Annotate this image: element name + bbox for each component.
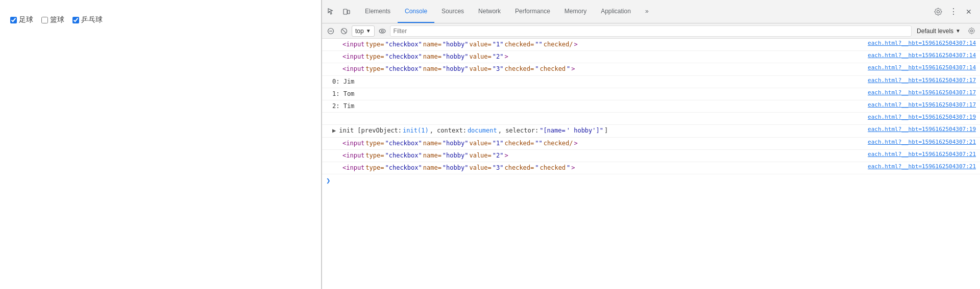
filter-input[interactable] [390,25,912,37]
console-row: <input type="checkbox" name="hobby" valu… [322,162,980,174]
more-options-button[interactable]: ⋮ [946,5,961,19]
console-row: ▶ init [prevObject: init(1) , context: d… [322,125,980,137]
source-link[interactable]: each.html?__hbt=1596162504307:19 [868,114,980,120]
checkbox-basketball-input[interactable] [41,17,48,23]
devtools-left-icons [324,5,358,19]
svg-rect-0 [344,9,347,14]
tab-network[interactable]: Network [471,0,508,23]
console-row: <input type="checkbox" name="hobby" valu… [322,51,980,63]
checkbox-football-label: 足球 [19,15,33,24]
prompt-arrow-icon[interactable]: ❯ [326,176,330,185]
block-icon-button[interactable] [338,25,350,37]
checkbox-group: 足球 篮球 乒乓球 [10,15,311,24]
checkbox-football[interactable]: 足球 [10,15,33,24]
eye-button[interactable] [377,25,388,37]
devtools-toolbar: Elements Console Sources Network Perform… [322,0,980,23]
tab-console[interactable]: Console [398,0,434,23]
source-link[interactable]: each.html?__hbt=1596162504307:14 [868,40,980,46]
checkbox-basketball[interactable]: 篮球 [41,15,64,24]
source-link[interactable]: each.html?__hbt=1596162504307:19 [868,126,980,133]
console-row: 1: Tom each.html?__hbt=1596162504307:17 [322,88,980,100]
console-row: 2: Tim each.html?__hbt=1596162504307:17 [322,100,980,113]
source-link[interactable]: each.html?__hbt=1596162504307:14 [868,64,980,71]
devtools-tabs: Elements Console Sources Network Perform… [358,0,929,23]
console-row: <input type="checkbox" name="hobby" valu… [322,63,980,75]
tab-memory[interactable]: Memory [557,0,594,23]
console-settings-button[interactable] [966,25,977,37]
checkbox-basketball-label: 篮球 [50,15,64,24]
checkbox-tabletennis-input[interactable] [72,17,79,23]
close-devtools-button[interactable]: ✕ [962,5,976,19]
console-toolbar: top ▼ Default levels ▼ [322,23,980,39]
checkbox-football-input[interactable] [10,17,17,23]
console-row: <input type="checkbox" name="hobby" valu… [322,150,980,162]
tab-more[interactable]: » [638,0,656,23]
tab-application[interactable]: Application [594,0,638,23]
svg-line-5 [342,29,346,33]
chevron-down-icon: ▼ [366,28,371,34]
tab-performance[interactable]: Performance [508,0,557,23]
svg-point-6 [379,29,385,33]
devtools-panel: Elements Console Sources Network Perform… [322,0,980,289]
svg-rect-1 [348,10,350,14]
settings-button[interactable] [931,5,945,19]
inspect-element-button[interactable] [324,5,338,19]
source-link[interactable]: each.html?__hbt=1596162504307:17 [868,89,980,96]
source-link[interactable]: each.html?__hbt=1596162504307:21 [868,139,980,145]
top-context-selector[interactable]: top ▼ [352,25,375,37]
tab-elements[interactable]: Elements [358,0,398,23]
checkbox-tabletennis-label: 乒乓球 [81,15,103,24]
chevron-down-icon-levels: ▼ [955,28,961,34]
console-prompt: ❯ [322,174,980,187]
source-link[interactable]: each.html?__hbt=1596162504307:21 [868,151,980,157]
device-toolbar-button[interactable] [339,5,354,19]
page-panel: 足球 篮球 乒乓球 [0,0,322,289]
source-link[interactable]: each.html?__hbt=1596162504307:17 [868,101,980,108]
console-row: each.html?__hbt=1596162504307:19 [322,113,980,125]
console-output: <input type="checkbox" name="hobby" valu… [322,39,980,289]
svg-point-7 [381,30,383,32]
expand-arrow-icon[interactable]: ▶ [332,126,336,136]
checkbox-tabletennis[interactable]: 乒乓球 [72,15,103,24]
devtools-right-icons: ⋮ ✕ [929,5,978,19]
console-row: <input type="checkbox" name="hobby" valu… [322,39,980,51]
console-row: <input type="checkbox" name="hobby" valu… [322,138,980,150]
clear-console-button[interactable] [325,25,336,37]
default-levels-button[interactable]: Default levels ▼ [914,25,964,37]
console-row: 0: Jim each.html?__hbt=1596162504307:17 [322,76,980,88]
source-link[interactable]: each.html?__hbt=1596162504307:17 [868,77,980,84]
source-link[interactable]: each.html?__hbt=1596162504307:14 [868,52,980,59]
source-link[interactable]: each.html?__hbt=1596162504307:21 [868,163,980,170]
tab-sources[interactable]: Sources [434,0,471,23]
